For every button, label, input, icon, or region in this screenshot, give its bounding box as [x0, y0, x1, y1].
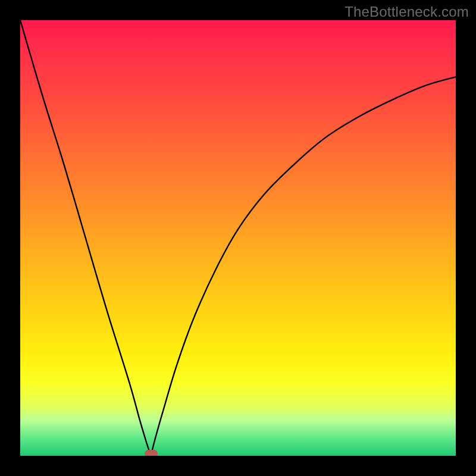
curve-left-branch — [20, 20, 151, 456]
minimum-marker — [145, 450, 158, 456]
curve-right-branch — [151, 77, 456, 456]
watermark-text: TheBottleneck.com — [345, 4, 469, 20]
plot-area — [20, 20, 456, 456]
bottleneck-curve — [20, 20, 456, 456]
